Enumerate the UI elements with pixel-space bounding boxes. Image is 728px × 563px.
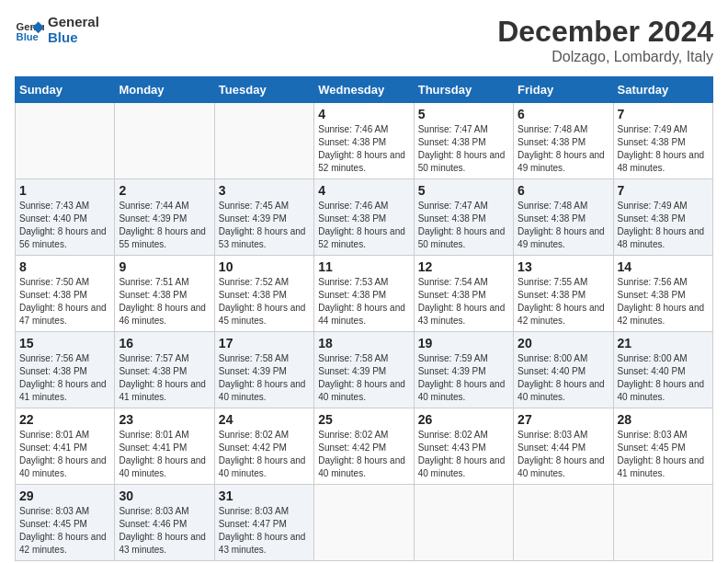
calendar-cell: 18Sunrise: 7:58 AMSunset: 4:39 PMDayligh… xyxy=(314,332,414,408)
day-info: Sunrise: 8:03 AMSunset: 4:45 PMDaylight:… xyxy=(618,429,709,480)
day-number: 18 xyxy=(318,336,409,350)
calendar-cell: 2Sunrise: 7:44 AMSunset: 4:39 PMDaylight… xyxy=(115,179,214,256)
day-number: 16 xyxy=(119,336,210,350)
calendar-cell xyxy=(514,485,613,561)
calendar-cell: 17Sunrise: 7:58 AMSunset: 4:39 PMDayligh… xyxy=(214,332,313,408)
calendar-cell: 11Sunrise: 7:53 AMSunset: 4:38 PMDayligh… xyxy=(314,256,414,332)
day-info: Sunrise: 7:57 AMSunset: 4:38 PMDaylight:… xyxy=(119,352,210,404)
day-info: Sunrise: 7:55 AMSunset: 4:38 PMDaylight:… xyxy=(518,276,609,327)
day-info: Sunrise: 7:46 AMSunset: 4:38 PMDaylight:… xyxy=(318,123,409,175)
calendar-week-row: 29Sunrise: 8:03 AMSunset: 4:45 PMDayligh… xyxy=(16,485,713,561)
calendar-cell: 10Sunrise: 7:52 AMSunset: 4:38 PMDayligh… xyxy=(214,256,313,332)
calendar-cell: 28Sunrise: 8:03 AMSunset: 4:45 PMDayligh… xyxy=(613,408,712,485)
logo: General Blue General Blue xyxy=(15,15,99,45)
day-number: 11 xyxy=(318,259,409,274)
calendar-cell: 5Sunrise: 7:47 AMSunset: 4:38 PMDaylight… xyxy=(414,179,513,256)
day-info: Sunrise: 7:58 AMSunset: 4:39 PMDaylight:… xyxy=(219,352,310,404)
day-number: 31 xyxy=(219,488,310,503)
day-info: Sunrise: 7:54 AMSunset: 4:38 PMDaylight:… xyxy=(418,276,509,327)
title-block: December 2024 Dolzago, Lombardy, Italy xyxy=(497,15,713,65)
day-number: 1 xyxy=(19,183,110,198)
day-info: Sunrise: 7:50 AMSunset: 4:38 PMDaylight:… xyxy=(19,276,110,327)
calendar-cell: 27Sunrise: 8:03 AMSunset: 4:44 PMDayligh… xyxy=(514,408,613,485)
day-info: Sunrise: 8:00 AMSunset: 4:40 PMDaylight:… xyxy=(518,352,609,404)
day-info: Sunrise: 8:02 AMSunset: 4:43 PMDaylight:… xyxy=(418,429,509,480)
logo-icon: General Blue xyxy=(15,16,44,45)
day-info: Sunrise: 7:59 AMSunset: 4:39 PMDaylight:… xyxy=(418,352,509,404)
day-number: 30 xyxy=(119,488,210,503)
day-number: 12 xyxy=(418,259,509,274)
weekday-header-row: Sunday Monday Tuesday Wednesday Thursday… xyxy=(16,77,713,103)
calendar-week-row: 15Sunrise: 7:56 AMSunset: 4:38 PMDayligh… xyxy=(16,332,713,408)
day-info: Sunrise: 7:56 AMSunset: 4:38 PMDaylight:… xyxy=(618,276,709,327)
location: Dolzago, Lombardy, Italy xyxy=(497,49,713,65)
calendar-cell: 15Sunrise: 7:56 AMSunset: 4:38 PMDayligh… xyxy=(16,332,115,408)
calendar-cell: 26Sunrise: 8:02 AMSunset: 4:43 PMDayligh… xyxy=(414,408,513,485)
day-info: Sunrise: 8:03 AMSunset: 4:44 PMDaylight:… xyxy=(518,429,609,480)
calendar-cell: 4Sunrise: 7:46 AMSunset: 4:38 PMDaylight… xyxy=(314,179,414,256)
day-number: 9 xyxy=(119,259,210,274)
day-number: 10 xyxy=(219,259,310,274)
calendar-table: Sunday Monday Tuesday Wednesday Thursday… xyxy=(15,76,713,561)
day-info: Sunrise: 8:01 AMSunset: 4:41 PMDaylight:… xyxy=(19,429,110,480)
calendar-cell: 31Sunrise: 8:03 AMSunset: 4:47 PMDayligh… xyxy=(214,485,313,561)
logo-text-blue: Blue xyxy=(48,30,99,46)
day-number: 21 xyxy=(618,336,709,350)
day-info: Sunrise: 8:03 AMSunset: 4:45 PMDaylight:… xyxy=(19,505,110,557)
day-info: Sunrise: 7:56 AMSunset: 4:38 PMDaylight:… xyxy=(19,352,110,404)
header-thursday: Thursday xyxy=(414,77,513,103)
calendar-cell: 19Sunrise: 7:59 AMSunset: 4:39 PMDayligh… xyxy=(414,332,513,408)
calendar-cell: 13Sunrise: 7:55 AMSunset: 4:38 PMDayligh… xyxy=(514,256,613,332)
day-info: Sunrise: 8:00 AMSunset: 4:40 PMDaylight:… xyxy=(618,352,709,404)
day-number: 13 xyxy=(518,259,609,274)
day-number: 25 xyxy=(318,412,409,427)
calendar-cell: 22Sunrise: 8:01 AMSunset: 4:41 PMDayligh… xyxy=(16,408,115,485)
calendar-cell: 1Sunrise: 7:43 AMSunset: 4:40 PMDaylight… xyxy=(16,179,115,256)
logo-text-general: General xyxy=(48,15,99,30)
day-info: Sunrise: 7:49 AMSunset: 4:38 PMDaylight:… xyxy=(618,200,709,251)
day-number: 15 xyxy=(19,336,110,350)
page-header: General Blue General Blue December 2024 … xyxy=(15,15,713,65)
calendar-cell: 24Sunrise: 8:02 AMSunset: 4:42 PMDayligh… xyxy=(214,408,313,485)
day-info: Sunrise: 7:48 AMSunset: 4:38 PMDaylight:… xyxy=(518,123,609,175)
calendar-cell xyxy=(613,485,712,561)
calendar-cell: 25Sunrise: 8:02 AMSunset: 4:42 PMDayligh… xyxy=(314,408,414,485)
day-number: 5 xyxy=(418,183,509,198)
day-number: 29 xyxy=(19,488,110,503)
header-wednesday: Wednesday xyxy=(314,77,414,103)
calendar-week-row: 4Sunrise: 7:46 AMSunset: 4:38 PMDaylight… xyxy=(16,103,713,179)
calendar-cell: 6Sunrise: 7:48 AMSunset: 4:38 PMDaylight… xyxy=(514,103,613,179)
calendar-cell: 29Sunrise: 8:03 AMSunset: 4:45 PMDayligh… xyxy=(16,485,115,561)
day-number: 26 xyxy=(418,412,509,427)
day-info: Sunrise: 8:03 AMSunset: 4:47 PMDaylight:… xyxy=(219,505,310,557)
calendar-cell: 8Sunrise: 7:50 AMSunset: 4:38 PMDaylight… xyxy=(16,256,115,332)
day-number: 7 xyxy=(618,107,709,121)
day-info: Sunrise: 7:49 AMSunset: 4:38 PMDaylight:… xyxy=(618,123,709,175)
day-number: 2 xyxy=(119,183,210,198)
calendar-cell: 12Sunrise: 7:54 AMSunset: 4:38 PMDayligh… xyxy=(414,256,513,332)
calendar-cell xyxy=(314,485,414,561)
day-info: Sunrise: 7:52 AMSunset: 4:38 PMDaylight:… xyxy=(219,276,310,327)
day-number: 22 xyxy=(19,412,110,427)
calendar-cell: 7Sunrise: 7:49 AMSunset: 4:38 PMDaylight… xyxy=(613,103,712,179)
header-sunday: Sunday xyxy=(16,77,115,103)
calendar-cell: 30Sunrise: 8:03 AMSunset: 4:46 PMDayligh… xyxy=(115,485,214,561)
day-info: Sunrise: 8:02 AMSunset: 4:42 PMDaylight:… xyxy=(318,429,409,480)
day-info: Sunrise: 7:51 AMSunset: 4:38 PMDaylight:… xyxy=(119,276,210,327)
calendar-week-row: 22Sunrise: 8:01 AMSunset: 4:41 PMDayligh… xyxy=(16,408,713,485)
day-number: 20 xyxy=(518,336,609,350)
header-tuesday: Tuesday xyxy=(214,77,313,103)
day-number: 6 xyxy=(518,183,609,198)
calendar-cell xyxy=(414,485,513,561)
day-number: 4 xyxy=(318,107,409,121)
day-number: 28 xyxy=(618,412,709,427)
day-number: 4 xyxy=(318,183,409,198)
day-info: Sunrise: 8:01 AMSunset: 4:41 PMDaylight:… xyxy=(119,429,210,480)
calendar-cell xyxy=(115,103,214,179)
header-monday: Monday xyxy=(115,77,214,103)
calendar-cell: 14Sunrise: 7:56 AMSunset: 4:38 PMDayligh… xyxy=(613,256,712,332)
day-info: Sunrise: 8:03 AMSunset: 4:46 PMDaylight:… xyxy=(119,505,210,557)
day-number: 8 xyxy=(19,259,110,274)
day-info: Sunrise: 8:02 AMSunset: 4:42 PMDaylight:… xyxy=(219,429,310,480)
day-info: Sunrise: 7:46 AMSunset: 4:38 PMDaylight:… xyxy=(318,200,409,251)
